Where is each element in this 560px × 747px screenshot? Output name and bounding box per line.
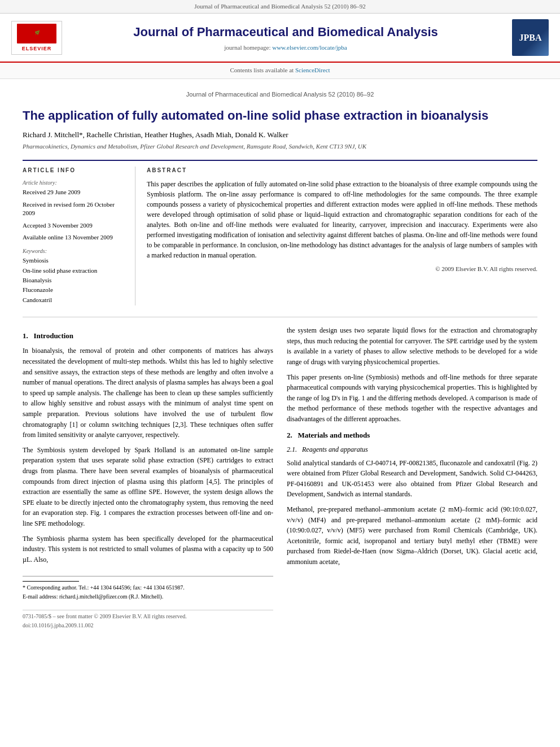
online-date: Available online 13 November 2009 xyxy=(23,233,127,242)
article-info-heading: ARTICLE INFO xyxy=(23,167,127,174)
article-footnotes: * Corresponding author. Tel.: +44 1304 6… xyxy=(23,576,273,601)
article-info-abstract-section: ARTICLE INFO Article history: Received 2… xyxy=(23,160,537,305)
authors-text: Richard J. Mitchell*, Rachelle Christian… xyxy=(23,130,288,139)
elsevier-wordmark: ELSEVIER xyxy=(22,45,52,53)
keywords-label: Keywords: xyxy=(23,247,127,255)
abstract-heading: ABSTRACT xyxy=(147,167,537,174)
contents-line: Contents lists available at ScienceDirec… xyxy=(0,63,560,78)
footnote-divider xyxy=(23,581,79,582)
main-article-content: 1. Introduction In bioanalysis, the remo… xyxy=(23,317,537,630)
section1-para1: In bioanalysis, the removal of protein a… xyxy=(23,346,273,440)
section2-heading: Materials and methods xyxy=(298,431,370,439)
footnote-2: E-mail address: richard.j.mitchell@pfize… xyxy=(23,593,273,601)
journal-reference: Journal of Pharmaceutical and Biomedical… xyxy=(194,3,366,10)
copyright-notice: © 2009 Elsevier B.V. All rights reserved… xyxy=(147,265,537,273)
sciencedirect-link[interactable]: ScienceDirect xyxy=(295,67,330,73)
footnote-1: * Corresponding author. Tel.: +44 1304 6… xyxy=(23,584,273,592)
right-column: the system design uses two separate liqu… xyxy=(287,325,537,630)
keyword-2: On-line solid phase extraction xyxy=(23,267,127,275)
journal-header: 🌿 ELSEVIER Journal of Pharmaceutical and… xyxy=(0,14,560,63)
elsevier-logo-area: 🌿 ELSEVIER xyxy=(11,21,68,55)
jpba-logo-box: JPBA xyxy=(512,19,549,56)
journal-homepage: journal homepage: www.elsevier.com/locat… xyxy=(68,43,504,52)
section2-1-heading: Reagents and apparatus xyxy=(302,445,368,453)
abstract-section: ABSTRACT This paper describes the applic… xyxy=(147,167,537,305)
keywords-section: Keywords: Symbiosis On-line solid phase … xyxy=(23,247,127,304)
revised-date: Received in revised form 26 October 2009 xyxy=(23,200,127,218)
doi-line: doi:10.1016/j.jpba.2009.11.002 xyxy=(23,622,273,630)
history-label: Article history: xyxy=(23,179,127,187)
section2-1-para1: Solid analytical standards of CJ-040714,… xyxy=(287,458,537,500)
section2-1-label: 2.1. xyxy=(287,445,297,453)
section1-heading: Introduction xyxy=(34,331,74,340)
section1-right-para2: This paper presents on-line (Symbiosis) … xyxy=(287,372,537,425)
section2-1-para2: Methanol, pre-prepared methanol–ammonium… xyxy=(287,504,537,567)
section1-right-para1: the system design uses two separate liqu… xyxy=(287,325,537,367)
section1-title: 1. Introduction xyxy=(23,331,273,341)
article-affiliation: Pharmacokinetics, Dynamics and Metabolis… xyxy=(23,142,537,151)
issn-line: 0731-7085/$ – see front matter © 2009 El… xyxy=(23,613,187,621)
keyword-1: Symbiosis xyxy=(23,256,127,265)
article-footer-bottom: 0731-7085/$ – see front matter © 2009 El… xyxy=(23,610,273,621)
section2-title: 2. Materials and methods xyxy=(287,430,537,440)
keyword-4: Fluconazole xyxy=(23,286,127,294)
jpba-logo-area: JPBA xyxy=(504,19,549,56)
section2-1-title: 2.1. Reagents and apparatus xyxy=(287,445,537,455)
article-body: Journal of Pharmaceutical and Biomedical… xyxy=(0,79,560,641)
received-date: Received 29 June 2009 xyxy=(23,188,127,196)
article-top-ref: Journal of Pharmaceutical and Biomedical… xyxy=(23,90,537,99)
keyword-3: Bioanalysis xyxy=(23,276,127,285)
journal-title-area: Journal of Pharmaceutical and Biomedical… xyxy=(68,24,504,52)
abstract-text: This paper describes the application of … xyxy=(147,179,537,260)
keyword-5: Candoxatril xyxy=(23,296,127,304)
article-ref-text: Journal of Pharmaceutical and Biomedical… xyxy=(186,91,374,98)
section2-number: 2. xyxy=(287,431,292,439)
article-info-panel: ARTICLE INFO Article history: Received 2… xyxy=(23,167,135,305)
section1-para3: The Symbiosis pharma system has been spe… xyxy=(23,534,273,565)
journal-name: Journal of Pharmaceutical and Biomedical… xyxy=(68,24,504,41)
contents-label: Contents lists available at xyxy=(230,67,294,73)
article-title: The application of fully automated on-li… xyxy=(23,108,537,124)
doi-text: doi:10.1016/j.jpba.2009.11.002 xyxy=(23,622,93,628)
homepage-link[interactable]: www.elsevier.com/locate/jpba xyxy=(272,44,347,51)
homepage-label: journal homepage: xyxy=(224,44,270,51)
section1-para2: The Symbiosis system developed by Spark … xyxy=(23,445,273,529)
accepted-date: Accepted 3 November 2009 xyxy=(23,221,127,230)
left-column: 1. Introduction In bioanalysis, the remo… xyxy=(23,325,273,630)
article-authors: Richard J. Mitchell*, Rachelle Christian… xyxy=(23,130,537,140)
section1-number: 1. xyxy=(23,331,28,340)
top-reference-bar: Journal of Pharmaceutical and Biomedical… xyxy=(0,0,560,14)
